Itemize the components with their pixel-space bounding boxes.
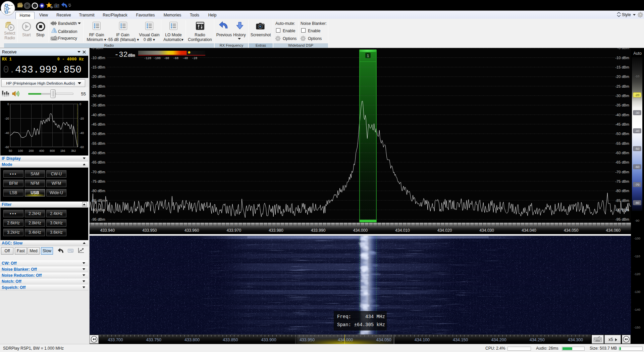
- svg-text:-40: -40: [182, 57, 188, 60]
- svg-text:Style: Style: [622, 12, 631, 17]
- svg-text:-80: -80: [164, 57, 169, 60]
- svg-text:433.970: 433.970: [227, 228, 241, 233]
- svg-text:-85 dBm: -85 dBm: [91, 199, 105, 203]
- svg-text:-20: -20: [192, 57, 197, 60]
- svg-text:-55 dBm: -55 dBm: [91, 141, 105, 145]
- svg-text:50: 50: [9, 149, 12, 152]
- svg-text:-100: -100: [153, 57, 161, 60]
- svg-text:434.030: 434.030: [480, 228, 494, 233]
- svg-text:-40 dBm: -40 dBm: [91, 113, 105, 117]
- svg-text:434.010: 434.010: [395, 228, 410, 233]
- svg-text:400: 400: [39, 149, 44, 152]
- svg-text:434.040: 434.040: [522, 228, 536, 233]
- svg-text:-85 dBm: -85 dBm: [615, 199, 629, 203]
- svg-text:-55 dBm: -55 dBm: [615, 141, 629, 145]
- svg-text:-50 dBm: -50 dBm: [615, 132, 629, 136]
- svg-text:-20 dBm: -20 dBm: [91, 75, 105, 79]
- svg-text:-40 dBm: -40 dBm: [615, 113, 629, 117]
- svg-text:-30 dBm: -30 dBm: [615, 94, 629, 98]
- svg-text:-10 dBm: -10 dBm: [615, 56, 629, 60]
- svg-text:433.750: 433.750: [146, 338, 161, 342]
- svg-text:-65 dBm: -65 dBm: [615, 160, 629, 164]
- svg-text:-40: -40: [79, 131, 84, 135]
- svg-text:-60: -60: [173, 57, 178, 60]
- svg-text:-30 dBm: -30 dBm: [91, 94, 105, 98]
- svg-text:434.150: 434.150: [453, 338, 468, 342]
- svg-text:-15 dBm: -15 dBm: [91, 65, 105, 69]
- svg-text:-45 dBm: -45 dBm: [615, 122, 629, 126]
- svg-text:-65 dBm: -65 dBm: [91, 160, 105, 164]
- svg-text:-60: -60: [5, 145, 9, 149]
- svg-text:434.300: 434.300: [568, 338, 583, 342]
- svg-text:-90 dBm: -90 dBm: [615, 208, 629, 212]
- svg-text:433.980: 433.980: [269, 228, 283, 233]
- svg-text:800: 800: [50, 149, 55, 152]
- svg-text:-60: -60: [79, 145, 84, 149]
- svg-text:433.850: 433.850: [223, 338, 238, 342]
- svg-text:3k2: 3k2: [71, 149, 76, 152]
- svg-text:434.020: 434.020: [437, 228, 452, 233]
- svg-text:-15 dBm: -15 dBm: [615, 65, 629, 69]
- svg-text:433.800: 433.800: [184, 338, 200, 342]
- svg-text:-5 dBm: -5 dBm: [618, 48, 629, 50]
- svg-text:-50 dBm: -50 dBm: [91, 132, 105, 136]
- svg-text:-80 dBm: -80 dBm: [615, 189, 629, 193]
- svg-text:-45 dBm: -45 dBm: [91, 122, 105, 126]
- svg-text:434.000: 434.000: [338, 338, 353, 342]
- svg-text:-95 dBm: -95 dBm: [615, 217, 629, 221]
- svg-text:-20: -20: [79, 117, 84, 120]
- svg-text:-40: -40: [5, 131, 9, 135]
- svg-text:-75 dBm: -75 dBm: [91, 179, 105, 183]
- svg-text:433.960: 433.960: [184, 228, 199, 233]
- svg-text:433.950: 433.950: [300, 338, 315, 342]
- svg-text:-5 dBm: -5 dBm: [91, 48, 103, 50]
- svg-text:434.050: 434.050: [376, 338, 391, 342]
- svg-text:433.900: 433.900: [261, 338, 276, 342]
- svg-text:100: 100: [18, 149, 23, 152]
- svg-text:433.940: 433.940: [100, 228, 115, 233]
- svg-text:434.060: 434.060: [606, 228, 621, 233]
- svg-text:-25 dBm: -25 dBm: [91, 84, 105, 88]
- svg-text:434.100: 434.100: [415, 338, 430, 342]
- svg-text:433.700: 433.700: [108, 338, 123, 342]
- svg-text:-60 dBm: -60 dBm: [615, 151, 629, 155]
- svg-text:433.950: 433.950: [142, 228, 157, 233]
- svg-text:-35 dBm: -35 dBm: [615, 103, 629, 107]
- svg-text:434.250: 434.250: [530, 338, 545, 342]
- svg-text:433.990: 433.990: [311, 228, 326, 233]
- svg-text:-10 dBm: -10 dBm: [91, 56, 105, 60]
- svg-text:0: 0: [7, 102, 9, 106]
- svg-text:-32: -32: [114, 51, 128, 59]
- svg-text:-60 dBm: -60 dBm: [91, 151, 105, 155]
- svg-text:-75 dBm: -75 dBm: [615, 179, 629, 183]
- svg-text:-20 dBm: -20 dBm: [615, 75, 629, 79]
- svg-text:1: 1: [367, 54, 369, 58]
- svg-text:1k6: 1k6: [60, 149, 65, 152]
- svg-text:-95 dBm: -95 dBm: [91, 217, 105, 221]
- svg-text:0: 0: [79, 102, 81, 106]
- svg-text:-120: -120: [144, 57, 151, 60]
- svg-text:434.050: 434.050: [564, 228, 579, 233]
- svg-text:-90 dBm: -90 dBm: [91, 208, 105, 212]
- svg-text:-20: -20: [5, 117, 9, 120]
- svg-text:434.000: 434.000: [353, 228, 368, 233]
- svg-text:dBm: dBm: [128, 53, 135, 58]
- svg-text:-35 dBm: -35 dBm: [91, 103, 105, 107]
- svg-text:434.200: 434.200: [491, 338, 506, 342]
- svg-text:-70 dBm: -70 dBm: [615, 170, 629, 174]
- svg-text:200: 200: [29, 149, 34, 152]
- svg-text:-70 dBm: -70 dBm: [91, 170, 105, 174]
- svg-text:-25 dBm: -25 dBm: [615, 84, 629, 88]
- svg-text:-80 dBm: -80 dBm: [91, 189, 105, 193]
